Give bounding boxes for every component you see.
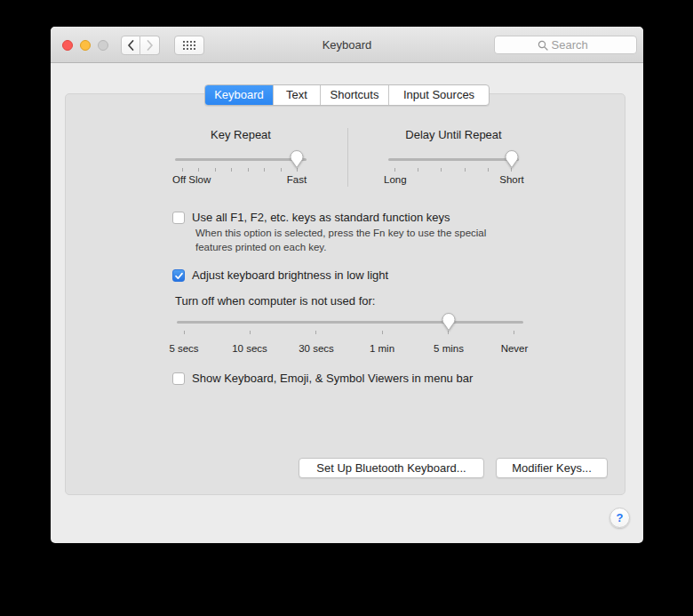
key-repeat-max-label: Fast bbox=[287, 174, 307, 185]
delay-slider-thumb[interactable] bbox=[505, 150, 519, 168]
brightness-checkbox[interactable] bbox=[172, 269, 185, 282]
slider-divider bbox=[347, 128, 348, 187]
tab-content-panel: Key Repeat Off Slow Fast Delay Until Rep… bbox=[65, 93, 625, 495]
viewers-checkbox-label: Show Keyboard, Emoji, & Symbol Viewers i… bbox=[192, 372, 473, 385]
turnoff-slider[interactable] bbox=[177, 321, 523, 324]
setup-bluetooth-keyboard-button[interactable]: Set Up Bluetooth Keyboard... bbox=[299, 458, 484, 478]
turnoff-option-5mins: 5 mins bbox=[434, 343, 464, 354]
turnoff-option-never: Never bbox=[501, 343, 529, 354]
delay-min-label: Long bbox=[384, 174, 407, 185]
key-repeat-min-label: Off Slow bbox=[172, 174, 211, 185]
turnoff-ticks bbox=[184, 331, 514, 334]
delay-slider[interactable] bbox=[388, 158, 519, 161]
key-repeat-slider[interactable] bbox=[175, 158, 307, 161]
help-button[interactable]: ? bbox=[609, 508, 630, 528]
turnoff-option-10secs: 10 secs bbox=[232, 343, 267, 354]
delay-title: Delay Until Repeat bbox=[388, 128, 519, 141]
fn-keys-checkbox[interactable] bbox=[172, 212, 185, 224]
title-bar[interactable]: Keyboard bbox=[51, 27, 643, 63]
fn-keys-description-line2: features printed on each key. bbox=[195, 242, 326, 252]
key-repeat-ticks bbox=[182, 168, 298, 172]
tab-text[interactable]: Text bbox=[274, 85, 321, 105]
turnoff-option-5secs: 5 secs bbox=[169, 343, 198, 354]
checkmark-icon bbox=[174, 271, 184, 281]
turnoff-slider-thumb[interactable] bbox=[442, 313, 456, 331]
turnoff-option-30secs: 30 secs bbox=[299, 343, 334, 354]
tab-keyboard[interactable]: Keyboard bbox=[205, 85, 274, 105]
brightness-checkbox-label: Adjust keyboard brightness in low light bbox=[192, 268, 388, 282]
turnoff-label: Turn off when computer is not used for: bbox=[175, 294, 375, 308]
tab-bar: Keyboard Text Shortcuts Input Sources bbox=[204, 84, 490, 106]
fn-keys-checkbox-label: Use all F1, F2, etc. keys as standard fu… bbox=[192, 211, 450, 224]
key-repeat-title: Key Repeat bbox=[175, 128, 307, 141]
turnoff-option-1min: 1 min bbox=[370, 343, 394, 354]
key-repeat-slider-thumb[interactable] bbox=[290, 150, 304, 168]
search-icon bbox=[538, 40, 548, 51]
search-input[interactable] bbox=[552, 38, 594, 52]
fn-keys-description-line1: When this option is selected, press the … bbox=[195, 228, 486, 238]
screenshot-canvas: Keyboard Keyboard Text Shortcuts Input S… bbox=[0, 0, 693, 616]
delay-ticks bbox=[394, 168, 512, 172]
preferences-window: Keyboard Keyboard Text Shortcuts Input S… bbox=[51, 27, 643, 543]
tab-shortcuts[interactable]: Shortcuts bbox=[321, 85, 389, 105]
viewers-checkbox[interactable] bbox=[172, 372, 185, 385]
delay-max-label: Short bbox=[499, 174, 524, 185]
tab-input-sources[interactable]: Input Sources bbox=[389, 85, 489, 105]
modifier-keys-button[interactable]: Modifier Keys... bbox=[496, 458, 608, 478]
search-field[interactable] bbox=[494, 36, 637, 54]
